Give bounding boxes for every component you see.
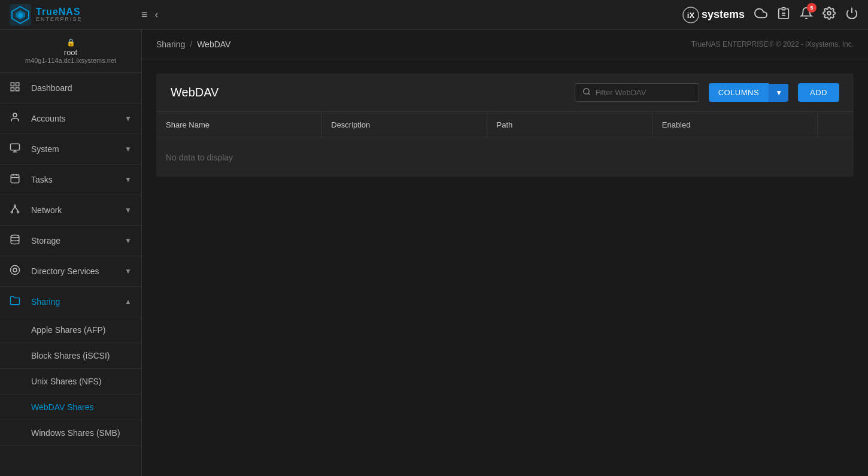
system-icon xyxy=(10,143,24,156)
add-button[interactable]: ADD xyxy=(798,83,839,102)
sidebar-sub-item-block-shares[interactable]: Block Shares (iSCSI) xyxy=(0,343,141,369)
ixsystems-text: systems xyxy=(702,8,745,21)
logo-text: TrueNAS ENTERPRISE xyxy=(36,7,83,23)
svg-rect-6 xyxy=(782,8,785,10)
svg-line-27 xyxy=(15,207,18,211)
col-header-share-name: Share Name xyxy=(156,112,321,138)
sidebar-item-label-directory-services: Directory Services xyxy=(31,266,125,276)
lock-icon: 🔒 xyxy=(66,38,75,47)
sidebar-item-sharing[interactable]: Sharing ▲ xyxy=(0,287,141,317)
columns-btn-main[interactable]: COLUMNS xyxy=(709,83,769,102)
svg-rect-14 xyxy=(16,88,19,91)
svg-line-26 xyxy=(12,207,15,211)
svg-rect-19 xyxy=(11,175,19,183)
breadcrumb-separator: / xyxy=(190,40,192,49)
sidebar-hostname: m40g1-114a.dc1.ixsystems.net xyxy=(25,57,116,64)
sidebar-item-label-system: System xyxy=(31,144,125,154)
storage-arrow-icon: ▼ xyxy=(125,237,132,245)
sidebar-item-label-storage: Storage xyxy=(31,236,125,245)
table-header: Share Name Description Path Enabled xyxy=(156,112,854,138)
power-icon[interactable] xyxy=(845,7,858,23)
breadcrumb-parent[interactable]: Sharing xyxy=(156,40,185,49)
hamburger-icon[interactable]: ≡ xyxy=(141,8,148,21)
svg-rect-11 xyxy=(11,83,14,86)
page-title: WebDAV xyxy=(171,86,565,99)
directory-services-icon xyxy=(10,265,24,278)
sidebar-item-network[interactable]: Network ▼ xyxy=(0,195,141,226)
search-input[interactable] xyxy=(596,88,691,97)
sidebar-sub-item-webdav-shares[interactable]: WebDAV Shares xyxy=(0,395,141,420)
col-header-enabled: Enabled xyxy=(652,112,818,138)
ix-logo-svg: iX xyxy=(682,7,699,23)
logo: TrueNAS ENTERPRISE xyxy=(10,4,141,26)
directory-services-arrow-icon: ▼ xyxy=(125,267,132,275)
settings-icon[interactable] xyxy=(823,7,836,23)
webdav-card: WebDAV COLUMNS ▼ ADD Share xyxy=(156,74,854,177)
tasks-icon xyxy=(10,173,24,186)
apple-shares-label: Apple Shares (AFP) xyxy=(31,325,106,335)
sidebar-sub-item-windows-shares[interactable]: Windows Shares (SMB) xyxy=(0,420,141,446)
sidebar-sub-item-unix-shares[interactable]: Unix Shares (NFS) xyxy=(0,369,141,395)
sidebar-item-label-accounts: Accounts xyxy=(31,114,125,123)
sidebar-item-label-tasks: Tasks xyxy=(31,175,125,184)
breadcrumb-current: WebDAV xyxy=(197,40,230,49)
svg-line-32 xyxy=(588,93,590,95)
dashboard-icon xyxy=(10,81,24,95)
unix-shares-label: Unix Shares (NFS) xyxy=(31,377,101,386)
sidebar-item-label-sharing: Sharing xyxy=(31,297,125,307)
card-header: WebDAV COLUMNS ▼ ADD xyxy=(156,74,854,112)
clipboard-icon[interactable] xyxy=(777,7,790,23)
network-icon xyxy=(10,204,24,217)
svg-point-30 xyxy=(13,268,17,272)
logo-truenas: TrueNAS xyxy=(36,7,83,17)
accounts-arrow-icon: ▼ xyxy=(125,114,132,123)
search-icon xyxy=(582,87,591,98)
sharing-icon xyxy=(10,295,24,308)
svg-rect-13 xyxy=(11,88,14,91)
sidebar-item-storage[interactable]: Storage ▼ xyxy=(0,226,141,256)
truenas-logo-icon xyxy=(10,4,31,26)
svg-point-15 xyxy=(13,113,17,117)
columns-btn-dropdown[interactable]: ▼ xyxy=(769,84,788,102)
sidebar-item-directory-services[interactable]: Directory Services ▼ xyxy=(0,256,141,287)
page-body: WebDAV COLUMNS ▼ ADD Share xyxy=(142,59,868,476)
sidebar-username: root xyxy=(64,48,77,57)
sidebar-item-label-network: Network xyxy=(31,205,125,215)
sidebar-sub-item-apple-shares[interactable]: Apple Shares (AFP) xyxy=(0,317,141,343)
breadcrumb: Sharing / WebDAV xyxy=(156,40,230,49)
tasks-arrow-icon: ▼ xyxy=(125,175,132,184)
search-wrapper xyxy=(575,83,699,102)
breadcrumb-bar: Sharing / WebDAV TrueNAS ENTERPRISE® © 2… xyxy=(142,30,868,59)
ixsystems-logo: iX systems xyxy=(682,7,745,23)
topbar: TrueNAS ENTERPRISE ≡ ‹ iX systems 5 xyxy=(0,0,868,30)
sidebar-item-accounts[interactable]: Accounts ▼ xyxy=(0,104,141,134)
cloud-icon[interactable] xyxy=(754,7,767,23)
col-header-actions xyxy=(818,112,854,138)
sidebar-item-system[interactable]: System ▼ xyxy=(0,134,141,165)
columns-button[interactable]: COLUMNS ▼ xyxy=(709,83,788,102)
sharing-arrow-icon: ▲ xyxy=(125,298,132,306)
svg-rect-12 xyxy=(16,83,19,86)
svg-point-28 xyxy=(11,235,19,238)
network-arrow-icon: ▼ xyxy=(125,206,132,214)
sidebar-item-tasks[interactable]: Tasks ▼ xyxy=(0,165,141,195)
sidebar-item-dashboard[interactable]: Dashboard xyxy=(0,73,141,104)
accounts-icon xyxy=(10,112,24,125)
svg-text:iX: iX xyxy=(687,11,695,20)
back-icon[interactable]: ‹ xyxy=(155,8,159,21)
svg-point-31 xyxy=(583,89,588,94)
svg-point-29 xyxy=(11,266,20,275)
svg-point-23 xyxy=(14,205,16,207)
topbar-right: iX systems 5 xyxy=(682,7,858,23)
col-header-path: Path xyxy=(487,112,652,138)
col-header-description: Description xyxy=(321,112,487,138)
notification-icon[interactable]: 5 xyxy=(800,7,813,23)
storage-icon xyxy=(10,234,24,247)
sidebar-user: 🔒 root m40g1-114a.dc1.ixsystems.net xyxy=(0,30,141,73)
block-shares-label: Block Shares (iSCSI) xyxy=(31,351,110,360)
svg-point-25 xyxy=(17,211,19,213)
copyright-text: TrueNAS ENTERPRISE® © 2022 - iXsystems, … xyxy=(691,40,854,48)
system-arrow-icon: ▼ xyxy=(125,145,132,153)
sidebar: 🔒 root m40g1-114a.dc1.ixsystems.net Dash… xyxy=(0,30,142,476)
windows-shares-label: Windows Shares (SMB) xyxy=(31,428,120,438)
